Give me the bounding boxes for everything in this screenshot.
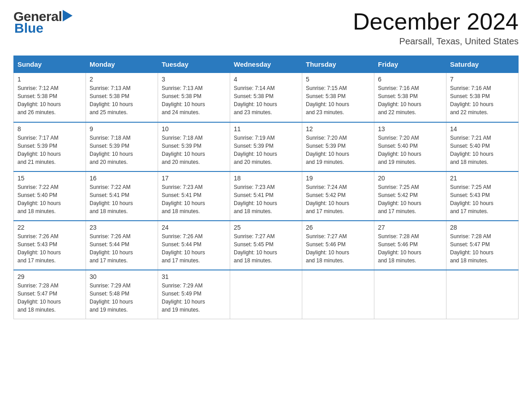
weekday-header-saturday: Saturday	[446, 56, 519, 73]
calendar-cell: 6Sunrise: 7:16 AMSunset: 5:38 PMDaylight…	[374, 73, 446, 122]
month-title: December 2024	[353, 9, 519, 34]
title-section: December 2024 Pearsall, Texas, United St…	[353, 9, 519, 47]
day-info: Sunrise: 7:28 AMSunset: 5:47 PMDaylight:…	[17, 282, 82, 314]
day-info: Sunrise: 7:19 AMSunset: 5:39 PMDaylight:…	[234, 134, 298, 166]
day-number: 2	[90, 76, 154, 83]
weekday-header-tuesday: Tuesday	[158, 56, 230, 73]
day-info: Sunrise: 7:23 AMSunset: 5:41 PMDaylight:…	[234, 183, 298, 215]
day-number: 21	[450, 175, 515, 182]
day-info: Sunrise: 7:15 AMSunset: 5:38 PMDaylight:…	[306, 84, 370, 116]
calendar-cell: 12Sunrise: 7:20 AMSunset: 5:39 PMDayligh…	[302, 122, 374, 171]
calendar-cell: 23Sunrise: 7:26 AMSunset: 5:44 PMDayligh…	[86, 221, 158, 270]
day-info: Sunrise: 7:18 AMSunset: 5:39 PMDaylight:…	[162, 134, 226, 166]
calendar-header-row: SundayMondayTuesdayWednesdayThursdayFrid…	[14, 56, 519, 73]
day-info: Sunrise: 7:26 AMSunset: 5:43 PMDaylight:…	[17, 232, 82, 265]
day-number: 5	[306, 76, 370, 83]
day-number: 28	[450, 224, 515, 231]
calendar-cell: 24Sunrise: 7:26 AMSunset: 5:44 PMDayligh…	[158, 221, 230, 270]
day-number: 4	[234, 76, 298, 83]
day-info: Sunrise: 7:27 AMSunset: 5:45 PMDaylight:…	[234, 232, 298, 265]
day-number: 16	[90, 175, 154, 182]
day-number: 25	[234, 224, 298, 231]
calendar-cell: 4Sunrise: 7:14 AMSunset: 5:38 PMDaylight…	[230, 73, 302, 122]
day-info: Sunrise: 7:24 AMSunset: 5:42 PMDaylight:…	[306, 183, 370, 215]
calendar-cell: 29Sunrise: 7:28 AMSunset: 5:47 PMDayligh…	[14, 270, 86, 319]
day-number: 14	[450, 125, 515, 133]
calendar-cell	[230, 270, 302, 319]
day-info: Sunrise: 7:25 AMSunset: 5:42 PMDaylight:…	[378, 183, 442, 215]
location-title: Pearsall, Texas, United States	[353, 36, 519, 47]
calendar-table: SundayMondayTuesdayWednesdayThursdayFrid…	[13, 56, 519, 319]
logo-triangle-icon	[63, 10, 73, 21]
calendar-cell: 16Sunrise: 7:22 AMSunset: 5:41 PMDayligh…	[86, 171, 158, 221]
calendar-cell: 13Sunrise: 7:20 AMSunset: 5:40 PMDayligh…	[374, 122, 446, 171]
calendar-cell: 5Sunrise: 7:15 AMSunset: 5:38 PMDaylight…	[302, 73, 374, 122]
calendar-week-row: 22Sunrise: 7:26 AMSunset: 5:43 PMDayligh…	[14, 221, 519, 270]
day-number: 7	[450, 76, 515, 83]
day-number: 27	[378, 224, 442, 231]
weekday-header-thursday: Thursday	[302, 56, 374, 73]
calendar-cell: 11Sunrise: 7:19 AMSunset: 5:39 PMDayligh…	[230, 122, 302, 171]
day-number: 23	[90, 224, 154, 231]
calendar-cell: 31Sunrise: 7:29 AMSunset: 5:49 PMDayligh…	[158, 270, 230, 319]
day-number: 12	[306, 125, 370, 133]
day-info: Sunrise: 7:17 AMSunset: 5:39 PMDaylight:…	[17, 134, 82, 166]
calendar-cell: 19Sunrise: 7:24 AMSunset: 5:42 PMDayligh…	[302, 171, 374, 221]
calendar-cell: 3Sunrise: 7:13 AMSunset: 5:38 PMDaylight…	[158, 73, 230, 122]
weekday-header-wednesday: Wednesday	[230, 56, 302, 73]
weekday-header-friday: Friday	[374, 56, 446, 73]
day-info: Sunrise: 7:21 AMSunset: 5:40 PMDaylight:…	[450, 134, 515, 166]
day-number: 13	[378, 125, 442, 133]
day-info: Sunrise: 7:25 AMSunset: 5:43 PMDaylight:…	[450, 183, 515, 215]
calendar-week-row: 29Sunrise: 7:28 AMSunset: 5:47 PMDayligh…	[14, 270, 519, 319]
day-info: Sunrise: 7:20 AMSunset: 5:40 PMDaylight:…	[378, 134, 442, 166]
day-info: Sunrise: 7:26 AMSunset: 5:44 PMDaylight:…	[90, 232, 154, 265]
day-number: 20	[378, 175, 442, 182]
calendar-cell: 20Sunrise: 7:25 AMSunset: 5:42 PMDayligh…	[374, 171, 446, 221]
day-info: Sunrise: 7:27 AMSunset: 5:46 PMDaylight:…	[306, 232, 370, 265]
day-number: 29	[17, 273, 82, 280]
day-info: Sunrise: 7:22 AMSunset: 5:41 PMDaylight:…	[90, 183, 154, 215]
day-info: Sunrise: 7:16 AMSunset: 5:38 PMDaylight:…	[450, 84, 515, 116]
day-info: Sunrise: 7:14 AMSunset: 5:38 PMDaylight:…	[234, 84, 298, 116]
day-info: Sunrise: 7:28 AMSunset: 5:47 PMDaylight:…	[450, 232, 515, 265]
day-number: 8	[17, 125, 82, 133]
calendar-cell: 21Sunrise: 7:25 AMSunset: 5:43 PMDayligh…	[446, 171, 519, 221]
calendar-cell: 2Sunrise: 7:13 AMSunset: 5:38 PMDaylight…	[86, 73, 158, 122]
calendar-cell: 8Sunrise: 7:17 AMSunset: 5:39 PMDaylight…	[14, 122, 86, 171]
page-header: General Blue December 2024 Pearsall, Tex…	[13, 9, 519, 47]
calendar-cell: 28Sunrise: 7:28 AMSunset: 5:47 PMDayligh…	[446, 221, 519, 270]
calendar-cell: 10Sunrise: 7:18 AMSunset: 5:39 PMDayligh…	[158, 122, 230, 171]
day-number: 19	[306, 175, 370, 182]
day-number: 17	[162, 175, 226, 182]
svg-marker-0	[63, 10, 73, 21]
day-number: 26	[306, 224, 370, 231]
weekday-header-monday: Monday	[86, 56, 158, 73]
calendar-cell: 1Sunrise: 7:12 AMSunset: 5:38 PMDaylight…	[14, 73, 86, 122]
calendar-cell: 7Sunrise: 7:16 AMSunset: 5:38 PMDaylight…	[446, 73, 519, 122]
day-info: Sunrise: 7:29 AMSunset: 5:49 PMDaylight:…	[162, 282, 226, 314]
day-number: 24	[162, 224, 226, 231]
day-number: 3	[162, 76, 226, 83]
calendar-week-row: 1Sunrise: 7:12 AMSunset: 5:38 PMDaylight…	[14, 73, 519, 122]
day-info: Sunrise: 7:13 AMSunset: 5:38 PMDaylight:…	[90, 84, 154, 116]
day-number: 9	[90, 125, 154, 133]
calendar-week-row: 8Sunrise: 7:17 AMSunset: 5:39 PMDaylight…	[14, 122, 519, 171]
day-info: Sunrise: 7:23 AMSunset: 5:41 PMDaylight:…	[162, 183, 226, 215]
calendar-cell: 9Sunrise: 7:18 AMSunset: 5:39 PMDaylight…	[86, 122, 158, 171]
calendar-cell: 22Sunrise: 7:26 AMSunset: 5:43 PMDayligh…	[14, 221, 86, 270]
logo: General Blue	[13, 9, 73, 36]
calendar-cell: 27Sunrise: 7:28 AMSunset: 5:46 PMDayligh…	[374, 221, 446, 270]
day-number: 11	[234, 125, 298, 133]
day-info: Sunrise: 7:12 AMSunset: 5:38 PMDaylight:…	[17, 84, 82, 116]
day-info: Sunrise: 7:18 AMSunset: 5:39 PMDaylight:…	[90, 134, 154, 166]
day-info: Sunrise: 7:13 AMSunset: 5:38 PMDaylight:…	[162, 84, 226, 116]
day-number: 31	[162, 273, 226, 280]
calendar-cell	[374, 270, 446, 319]
day-info: Sunrise: 7:26 AMSunset: 5:44 PMDaylight:…	[162, 232, 226, 265]
day-number: 10	[162, 125, 226, 133]
day-number: 18	[234, 175, 298, 182]
day-number: 30	[90, 273, 154, 280]
logo-blue-text: Blue	[14, 21, 43, 36]
calendar-cell	[302, 270, 374, 319]
